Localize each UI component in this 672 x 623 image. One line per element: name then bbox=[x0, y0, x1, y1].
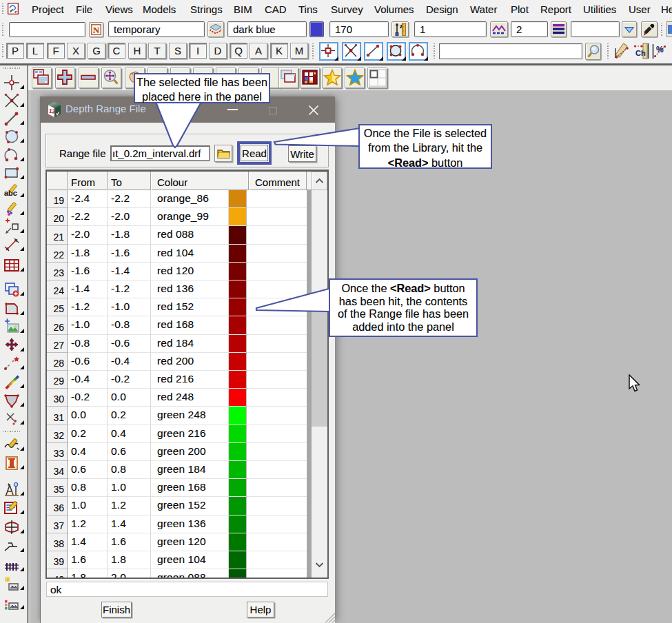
svg-text:Ch: Ch bbox=[635, 49, 646, 57]
svg-text:12: 12 bbox=[49, 108, 57, 114]
svg-text:N: N bbox=[93, 25, 100, 35]
svg-text:%: % bbox=[656, 45, 664, 54]
